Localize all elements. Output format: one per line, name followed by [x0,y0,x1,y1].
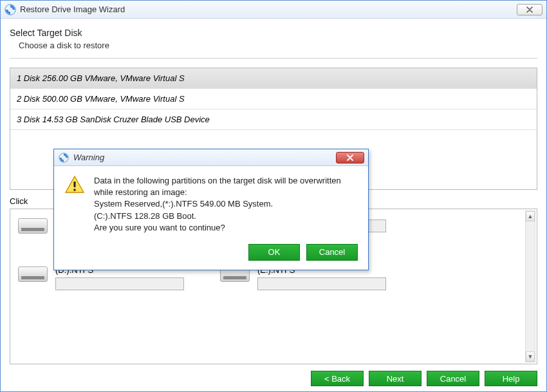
partition-progress [257,277,386,290]
separator [10,58,537,59]
cancel-button[interactable]: Cancel [427,371,479,386]
back-button[interactable]: < Back [311,371,364,386]
dialog-cancel-button[interactable]: Cancel [306,244,358,261]
drive-icon [18,266,49,287]
dialog-title: Warning [73,153,336,162]
disk-row[interactable]: 3 Disk 14.53 GB SanDisk Cruzer Blade USB… [10,109,537,130]
warning-dialog: Warning Data in the following partitions… [53,149,369,270]
app-icon [5,4,16,15]
scroll-down-icon[interactable]: ▼ [526,351,535,362]
dialog-line: Are you sure you want to continue? [94,222,358,234]
svg-rect-2 [74,182,76,187]
main-titlebar[interactable]: Restore Drive Image Wizard [1,1,546,19]
dialog-line: (C:).NTFS 128.28 GB Boot. [94,210,358,222]
disk-row[interactable]: 2 Disk 500.00 GB VMware, VMware Virtual … [10,89,537,109]
window-close-button[interactable] [517,4,542,15]
drive-icon [18,218,49,239]
partition-progress [55,277,184,290]
warning-icon [64,175,85,194]
dialog-line: Data in the following partitions on the … [94,175,358,198]
scrollbar[interactable]: ▲ ▼ [525,210,535,362]
help-button[interactable]: Help [485,371,537,386]
main-window: Restore Drive Image Wizard Select Target… [0,0,547,392]
scroll-up-icon[interactable]: ▲ [526,211,535,221]
svg-point-3 [73,189,76,191]
wizard-footer: < Back Next Cancel Help [10,364,537,386]
dialog-close-button[interactable] [336,152,364,163]
dialog-line: System Reserved,(*:).NTFS 549.00 MB Syst… [94,198,358,210]
page-heading: Select Target Disk [10,28,537,38]
next-button[interactable]: Next [369,371,422,386]
dialog-ok-button[interactable]: OK [248,244,300,261]
dialog-titlebar[interactable]: Warning [54,149,368,166]
dialog-text: Data in the following partitions on the … [94,175,358,234]
window-title: Restore Drive Image Wizard [20,5,517,14]
page-subheading: Choose a disk to restore [19,41,537,50]
disk-row[interactable]: 1 Disk 256.00 GB VMware, VMware Virtual … [10,68,537,89]
app-icon [58,152,70,163]
